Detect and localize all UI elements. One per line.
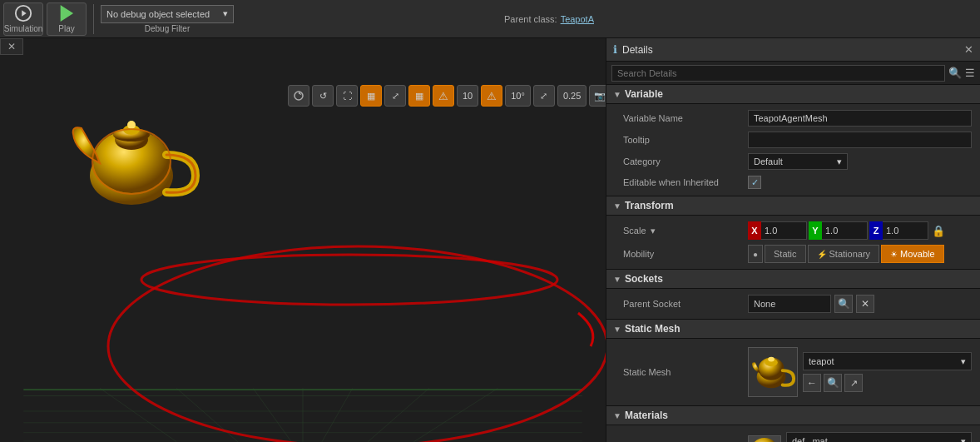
teapot-svg bbox=[67, 88, 200, 221]
scale-lock-icon[interactable]: 🔒 bbox=[932, 225, 945, 237]
socket-clear-btn[interactable]: ✕ bbox=[856, 295, 874, 313]
materials-collapse-arrow: ▼ bbox=[613, 411, 621, 420]
scale-y-field: Y bbox=[809, 221, 868, 240]
vp-angle-btn[interactable]: ⚠ bbox=[481, 85, 502, 107]
scale-value-container: X Y Z 🔒 bbox=[748, 221, 972, 240]
mesh-arrow-btn[interactable]: ← bbox=[803, 374, 821, 392]
vp-rotate-btn[interactable] bbox=[288, 85, 309, 107]
mesh-find-btn[interactable]: 🔍 bbox=[824, 374, 842, 392]
vp-scale-btn[interactable]: ⤢ bbox=[533, 85, 555, 107]
parent-class-link[interactable]: TeapotA bbox=[561, 14, 594, 24]
vp-camera-btn[interactable]: 📷 bbox=[589, 85, 606, 107]
materials-section-content: Element 0 bbox=[606, 425, 980, 442]
svg-marker-1 bbox=[22, 10, 27, 16]
movable-label: Movable bbox=[900, 249, 935, 259]
vp-move-btn[interactable]: ⤢ bbox=[384, 85, 406, 107]
angle-value: 10° bbox=[511, 91, 525, 101]
vp-fullscreen-btn[interactable]: ⛶ bbox=[336, 85, 358, 107]
category-label: Category bbox=[623, 156, 748, 166]
category-dropdown[interactable]: Default ▾ bbox=[748, 153, 848, 170]
socket-search-btn[interactable]: 🔍 bbox=[834, 295, 853, 313]
search-icon[interactable]: 🔍 bbox=[948, 67, 962, 79]
static-mesh-value-container: teapot ▾ ← 🔍 ↗ bbox=[748, 347, 972, 397]
mobility-movable-btn[interactable]: ☀ Movable bbox=[881, 245, 944, 263]
details-close-button[interactable]: ✕ bbox=[964, 43, 973, 56]
mobility-label: Mobility bbox=[623, 249, 748, 259]
mobility-row: Mobility ● Static ⚡ Stationary ☀ Movable bbox=[606, 242, 980, 266]
vp-angle-value[interactable]: 10° bbox=[505, 85, 531, 107]
static-mesh-section-title: Static Mesh bbox=[625, 323, 681, 335]
scale-x-field: X bbox=[748, 221, 807, 240]
parent-socket-value-container: 🔍 ✕ bbox=[748, 295, 972, 313]
parent-class-text: Parent class: bbox=[504, 14, 557, 24]
simulation-button[interactable]: Simulation bbox=[3, 2, 43, 36]
material-chevron: ▾ bbox=[961, 436, 966, 443]
transform-section-content: Scale ▾ X Y Z bbox=[606, 216, 980, 270]
static-mesh-section-header[interactable]: ▼ Static Mesh bbox=[606, 320, 980, 339]
variable-section-header[interactable]: ▼ Variable bbox=[606, 85, 980, 104]
sockets-section-header[interactable]: ▼ Sockets bbox=[606, 270, 980, 289]
main-area: ✕ ↺ ⛶ ▦ ⤢ ▦ ⚠ 10 bbox=[0, 38, 980, 442]
mesh-cursor-btn[interactable]: ↗ bbox=[844, 374, 863, 392]
debug-dropdown[interactable]: No debug object selected ▾ bbox=[101, 5, 234, 23]
vp-warning-btn[interactable]: ⚠ bbox=[433, 85, 454, 107]
search-bar: 🔍 ☰ bbox=[606, 62, 980, 85]
vp-grid-size[interactable]: 10 bbox=[457, 85, 478, 107]
scale-x-input[interactable] bbox=[761, 221, 807, 240]
list-view-icon[interactable]: ☰ bbox=[965, 67, 975, 79]
variable-section-title: Variable bbox=[625, 88, 663, 100]
tooltip-row: Tooltip bbox=[606, 129, 980, 151]
editable-checkbox[interactable]: ✓ bbox=[748, 176, 761, 189]
play-button[interactable]: Play bbox=[47, 2, 87, 36]
materials-section-title: Materials bbox=[625, 410, 668, 421]
mobility-static-btn[interactable]: Static bbox=[765, 245, 806, 263]
viewport-tab: ✕ bbox=[0, 38, 23, 55]
details-title: Details bbox=[622, 44, 959, 56]
sockets-section-title: Sockets bbox=[625, 273, 663, 285]
material-dropdown[interactable]: def...mat ▾ bbox=[786, 432, 972, 442]
svg-point-29 bbox=[768, 357, 775, 362]
play-label: Play bbox=[58, 24, 74, 33]
play-icon bbox=[57, 4, 76, 22]
viewport[interactable]: ✕ ↺ ⛶ ▦ ⤢ ▦ ⚠ 10 bbox=[0, 38, 606, 442]
category-dropdown-arrow: ▾ bbox=[837, 156, 842, 167]
search-input[interactable] bbox=[611, 65, 945, 82]
scale-z-input[interactable] bbox=[883, 221, 928, 240]
scale-label-text: Scale bbox=[623, 226, 646, 236]
mobility-stationary-btn[interactable]: ⚡ Stationary bbox=[808, 245, 880, 263]
category-value-container: Default ▾ bbox=[748, 153, 972, 170]
scale-dropdown-arrow: ▾ bbox=[651, 226, 656, 236]
mesh-dropdown[interactable]: teapot ▾ bbox=[803, 352, 972, 370]
vp-square-btn[interactable]: ▦ bbox=[408, 85, 430, 107]
debug-filter-container: No debug object selected ▾ Debug Filter bbox=[101, 5, 234, 33]
variable-name-value-container bbox=[748, 110, 972, 127]
variable-name-label: Variable Name bbox=[623, 113, 748, 123]
details-content[interactable]: ▼ Variable Variable Name Tooltip bbox=[606, 85, 980, 442]
top-toolbar: Simulation Play No debug object selected… bbox=[0, 0, 980, 38]
editable-label: Editable when Inherited bbox=[623, 177, 748, 187]
transform-section-header[interactable]: ▼ Transform bbox=[606, 196, 980, 216]
sockets-collapse-arrow: ▼ bbox=[613, 275, 621, 284]
vp-refresh-btn[interactable]: ↺ bbox=[312, 85, 334, 107]
parent-socket-input[interactable] bbox=[748, 295, 831, 313]
debug-filter-label: Debug Filter bbox=[145, 24, 190, 33]
scale-y-input[interactable] bbox=[822, 221, 868, 240]
simulation-label: Simulation bbox=[4, 24, 43, 33]
details-info-icon: ℹ bbox=[613, 43, 617, 56]
materials-section-header[interactable]: ▼ Materials bbox=[606, 406, 980, 425]
scale-y-label: Y bbox=[809, 221, 822, 240]
separator bbox=[93, 4, 94, 34]
simulation-icon bbox=[14, 4, 32, 22]
category-dropdown-value: Default bbox=[754, 156, 783, 166]
variable-name-input[interactable] bbox=[748, 110, 972, 127]
vp-scale-value[interactable]: 0.25 bbox=[557, 85, 587, 107]
parent-socket-row: Parent Socket 🔍 ✕ bbox=[606, 292, 980, 315]
stationary-label: Stationary bbox=[829, 249, 871, 259]
viewport-tab-close[interactable]: ✕ bbox=[7, 41, 16, 52]
svg-point-3 bbox=[294, 92, 303, 100]
viewport-grid bbox=[0, 220, 606, 442]
vp-grid-btn[interactable]: ▦ bbox=[360, 85, 382, 107]
svg-marker-2 bbox=[62, 7, 72, 21]
tooltip-input[interactable] bbox=[748, 132, 972, 148]
element-0-row: Element 0 bbox=[606, 429, 980, 442]
